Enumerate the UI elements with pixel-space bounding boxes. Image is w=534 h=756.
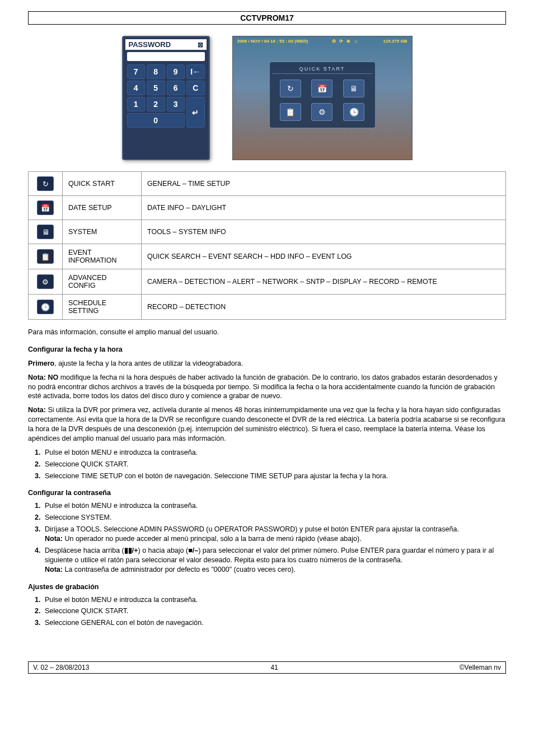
list-item: Seleccione SYSTEM.: [43, 513, 506, 522]
password-input[interactable]: [127, 52, 205, 61]
list-item: Desplácese hacia arriba (▮▮/+) o hacia a…: [43, 546, 506, 575]
page-header: CCTVPROM17: [28, 11, 506, 25]
row-desc: DATE INFO – DAYLIGHT: [142, 196, 506, 220]
row-label: QUICK START: [63, 172, 142, 196]
stop-minus-icon: ■/–: [188, 546, 198, 556]
row-label: SCHEDULE SETTING: [63, 295, 142, 320]
dvr-status-bar: 2009 / NOV / 04 10 : 53 : 03 (WED) ⚙ ⟳ ⊕…: [233, 39, 412, 44]
list-date-time: Pulse el botón MENU e introduzca la cont…: [28, 448, 506, 481]
key-6[interactable]: 6: [167, 81, 185, 95]
table-row: 🖥 SYSTEM TOOLS – SYSTEM INFO: [29, 220, 506, 244]
key-9[interactable]: 9: [167, 64, 185, 79]
section-record-title: Ajustes de grabación: [28, 582, 506, 592]
key-7[interactable]: 7: [127, 64, 146, 79]
footer-copyright: ©Velleman nv: [460, 664, 501, 671]
list-item: Pulse el botón MENU e introduzca la cont…: [43, 448, 506, 458]
table-row: ↻ QUICK START GENERAL – TIME SETUP: [29, 172, 506, 196]
key-enter[interactable]: ↵: [186, 97, 205, 128]
table-row: 📋 EVENT INFORMATION QUICK SEARCH – EVENT…: [29, 244, 506, 269]
list-item: Seleccione TIME SETUP con el botón de na…: [43, 472, 506, 481]
qs-event-icon[interactable]: 📋: [280, 103, 301, 121]
list-record: Pulse el botón MENU e introduzca la cont…: [28, 595, 506, 628]
table-row: ⚙ ADVANCED CONFIG CAMERA – DETECTION – A…: [29, 269, 506, 295]
row-desc: TOOLS – SYSTEM INFO: [142, 220, 506, 244]
dvr-hdd: 115.275 GB: [383, 39, 407, 44]
quick-start-icon: ↻: [37, 176, 54, 191]
close-icon[interactable]: ⊠: [198, 41, 203, 49]
footer-version: V. 02 – 28/08/2013: [33, 664, 89, 671]
password-title: PASSWORD: [129, 40, 171, 49]
key-1[interactable]: 1: [127, 97, 146, 111]
key-3[interactable]: 3: [167, 97, 185, 111]
list-item: Diríjase a TOOLS. Seleccione ADMIN PASSW…: [43, 525, 506, 544]
key-8[interactable]: 8: [147, 64, 165, 79]
header-title: CCTVPROM17: [240, 13, 294, 22]
key-backspace[interactable]: I←: [186, 64, 205, 79]
page-footer: V. 02 – 28/08/2013 41 ©Velleman nv: [28, 661, 506, 674]
row-desc: GENERAL – TIME SETUP: [142, 172, 506, 196]
list-item: Seleccione QUICK START.: [43, 606, 506, 616]
key-5[interactable]: 5: [147, 81, 165, 95]
table-row: 🕒 SCHEDULE SETTING RECORD – DETECTION: [29, 295, 506, 320]
list-item: Seleccione GENERAL con el botón de naveg…: [43, 618, 506, 628]
qs-schedule-icon[interactable]: 🕒: [343, 103, 364, 121]
row-desc: CAMERA – DETECTION – ALERT – NETWORK – S…: [142, 269, 506, 295]
schedule-icon: 🕒: [37, 300, 54, 314]
list-item: Seleccione QUICK START.: [43, 460, 506, 469]
table-row: 📅 DATE SETUP DATE INFO – DAYLIGHT: [29, 196, 506, 220]
row-label: DATE SETUP: [63, 196, 142, 220]
event-info-icon: 📋: [37, 249, 54, 264]
section-password-title: Configurar la contraseña: [28, 488, 506, 498]
menu-table: ↻ QUICK START GENERAL – TIME SETUP 📅 DAT…: [28, 171, 506, 320]
qs-quick-start-icon[interactable]: ↻: [280, 80, 301, 97]
row-desc: RECORD – DETECTION: [142, 295, 506, 320]
dvr-timestamp: 2009 / NOV / 04 10 : 53 : 03 (WED): [237, 39, 308, 44]
password-title-bar: PASSWORD ⊠: [125, 39, 207, 50]
key-c[interactable]: C: [186, 81, 205, 95]
key-2[interactable]: 2: [147, 97, 165, 111]
password-dialog: PASSWORD ⊠ 7 8 9 I← 4 5 6 C 1 2 3 ↵ 0: [122, 36, 210, 160]
list-item: Pulse el botón MENU e introduzca la cont…: [43, 501, 506, 511]
quick-start-title: QUICK START: [272, 64, 373, 74]
para-primero: Primero, ajuste la fecha y la hora antes…: [28, 359, 506, 368]
row-label: EVENT INFORMATION: [63, 244, 142, 269]
row-label: SYSTEM: [63, 220, 142, 244]
screenshots-row: PASSWORD ⊠ 7 8 9 I← 4 5 6 C 1 2 3 ↵ 0 20…: [28, 36, 506, 160]
section-date-time-title: Configurar la fecha y la hora: [28, 345, 506, 354]
qs-advanced-icon[interactable]: ⚙: [311, 103, 332, 121]
dvr-screenshot: 2009 / NOV / 04 10 : 53 : 03 (WED) ⚙ ⟳ ⊕…: [232, 36, 413, 160]
qs-date-icon[interactable]: 📅: [311, 80, 332, 97]
para-nota-no: Nota: NO modifique la fecha ni la hora d…: [28, 373, 506, 402]
qs-system-icon[interactable]: 🖥: [343, 80, 364, 97]
quick-start-icons: ↻ 📅 🖥 📋 ⚙ 🕒: [272, 77, 373, 125]
key-4[interactable]: 4: [127, 81, 146, 95]
dvr-status-icons: ⚙ ⟳ ⊕ ☼: [332, 39, 359, 44]
advanced-config-icon: ⚙: [37, 274, 54, 289]
row-desc: QUICK SEARCH – EVENT SEARCH – HDD INFO –…: [142, 244, 506, 269]
para-more-info: Para más información, consulte el amplio…: [28, 328, 506, 337]
para-nota-48h: Nota: Si utiliza la DVR por primera vez,…: [28, 405, 506, 444]
list-password: Pulse el botón MENU e introduzca la cont…: [28, 501, 506, 574]
quick-start-panel: QUICK START ↻ 📅 🖥 📋 ⚙ 🕒: [269, 62, 376, 128]
list-item: Pulse el botón MENU e introduzca la cont…: [43, 595, 506, 605]
pause-plus-icon: ▮▮/+: [124, 546, 138, 556]
footer-page: 41: [270, 664, 278, 671]
system-icon: 🖥: [37, 225, 54, 239]
key-0[interactable]: 0: [127, 113, 185, 128]
keypad: 7 8 9 I← 4 5 6 C 1 2 3 ↵ 0: [125, 64, 207, 129]
row-label: ADVANCED CONFIG: [63, 269, 142, 295]
date-setup-icon: 📅: [37, 200, 54, 215]
